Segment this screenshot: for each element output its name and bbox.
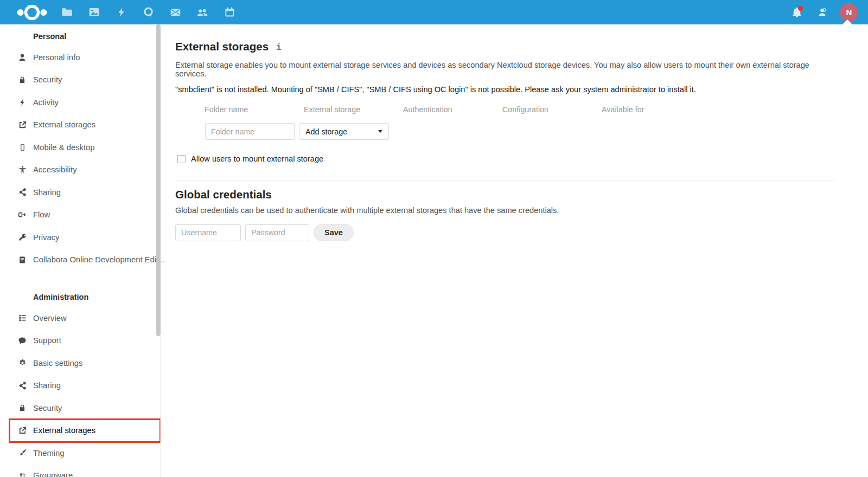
sidebar-section-personal: Personal — [0, 24, 163, 46]
lock-icon — [18, 404, 27, 412]
allow-users-row: Allow users to mount external storage — [177, 154, 323, 163]
sidebar-item-basic-settings[interactable]: Basic settings — [0, 352, 163, 375]
sidebar-item-external-storages-personal[interactable]: External storages — [0, 114, 163, 137]
sidebar-item-mobile-desktop[interactable]: Mobile & desktop — [0, 136, 163, 159]
mail-app-icon[interactable] — [162, 0, 189, 24]
accessibility-icon — [18, 165, 27, 174]
page-title: External storages i — [175, 40, 843, 53]
username-input[interactable] — [175, 224, 241, 241]
sidebar-item-privacy[interactable]: Privacy — [0, 226, 163, 249]
sidebar-item-sharing-personal[interactable]: Sharing — [0, 181, 163, 204]
document-icon — [18, 255, 27, 264]
section-divider — [175, 180, 835, 181]
column-header-folder-name: Folder name — [205, 105, 304, 114]
sidebar-scrollbar-track — [160, 336, 161, 477]
lock-icon — [18, 75, 27, 84]
list-icon — [18, 314, 27, 323]
sidebar-section-administration: Administration — [0, 285, 163, 307]
settings-sidebar: Personal Personal info Security Activity… — [0, 24, 163, 477]
mobile-icon — [18, 143, 27, 152]
column-header-authentication: Authentication — [403, 105, 502, 114]
contacts-search-icon[interactable] — [809, 0, 834, 24]
main-content: External storages i External storage ena… — [175, 24, 843, 241]
sidebar-item-personal-info[interactable]: Personal info — [0, 46, 163, 69]
external-storage-description: External storage enables you to mount ex… — [175, 61, 843, 78]
app-menu — [53, 0, 243, 24]
settings-menu-caret — [843, 20, 852, 24]
contacts-app-icon[interactable] — [189, 0, 216, 24]
sidebar-item-collabora[interactable]: Collabora Online Development Edit... — [0, 249, 163, 272]
sidebar-scrollbar-thumb[interactable] — [156, 24, 161, 336]
nextcloud-logo[interactable] — [16, 3, 49, 22]
notification-dot — [798, 6, 803, 11]
save-button[interactable]: Save — [314, 224, 354, 241]
external-link-icon — [18, 120, 27, 129]
sidebar-item-security-personal[interactable]: Security — [0, 69, 163, 92]
sidebar-item-accessibility[interactable]: Accessibility — [0, 159, 163, 182]
global-credentials-form: Save — [175, 224, 843, 241]
share-icon — [18, 188, 27, 197]
activity-app-icon[interactable] — [107, 0, 135, 24]
global-credentials-description: Global credentials can be used to authen… — [175, 206, 843, 215]
calendar-app-icon[interactable] — [216, 0, 243, 24]
storage-table-header: Folder name External storage Authenticat… — [175, 105, 835, 119]
share-icon — [18, 381, 27, 390]
smbclient-warning: "smbclient" is not installed. Mounting o… — [175, 85, 843, 94]
allow-users-checkbox[interactable] — [177, 155, 186, 163]
sidebar-item-support[interactable]: Support — [0, 330, 163, 352]
sidebar-item-sharing-admin[interactable]: Sharing — [0, 375, 163, 397]
key-icon — [18, 233, 27, 242]
new-storage-row: Add storage — [175, 123, 843, 140]
sidebar-item-overview[interactable]: Overview — [0, 307, 163, 330]
column-header-available-for: Available for — [602, 105, 701, 114]
chevron-down-icon — [378, 130, 382, 133]
people-icon — [18, 471, 27, 477]
external-link-icon — [18, 426, 27, 435]
brush-icon — [18, 449, 27, 457]
flow-icon — [18, 210, 27, 219]
avatar[interactable]: N — [840, 3, 858, 22]
lightning-icon — [18, 98, 27, 107]
sidebar-item-theming[interactable]: Theming — [0, 442, 163, 465]
info-icon[interactable]: i — [276, 42, 282, 52]
password-input[interactable] — [245, 224, 309, 241]
column-header-external-storage: External storage — [304, 105, 403, 114]
talk-app-icon[interactable] — [135, 0, 162, 24]
sidebar-item-flow[interactable]: Flow — [0, 204, 163, 227]
files-app-icon[interactable] — [53, 0, 80, 24]
notifications-bell-icon[interactable] — [784, 0, 809, 24]
chat-icon — [18, 336, 27, 345]
sidebar-item-activity[interactable]: Activity — [0, 91, 163, 114]
sidebar-item-security-admin[interactable]: Security — [0, 397, 163, 420]
global-credentials-title: Global credentials — [175, 188, 843, 201]
sidebar-item-external-storages-admin[interactable]: External storages — [0, 420, 163, 442]
gear-icon — [18, 359, 27, 368]
sidebar-item-groupware[interactable]: Groupware — [0, 465, 163, 477]
user-icon — [18, 53, 27, 62]
photos-app-icon[interactable] — [80, 0, 107, 24]
top-bar: N — [0, 0, 868, 24]
folder-name-input[interactable] — [205, 123, 295, 140]
column-header-configuration: Configuration — [502, 105, 602, 114]
add-storage-select[interactable]: Add storage — [299, 123, 389, 140]
